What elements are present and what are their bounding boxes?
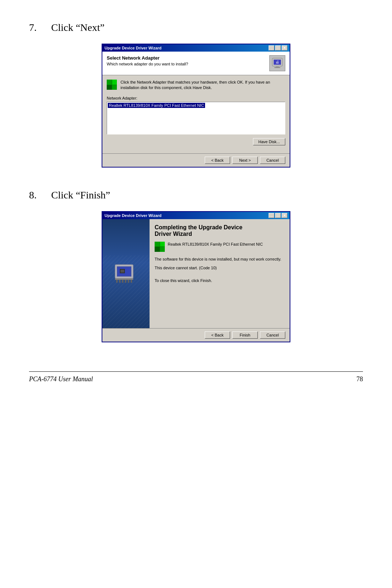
back-button-1[interactable]: < Back [205, 157, 230, 164]
page-number: 78 [356, 375, 363, 383]
have-disk-row: Have Disk... [107, 138, 285, 145]
cancel-button-2[interactable]: Cancel [260, 331, 285, 339]
close-btn[interactable]: ✕ [282, 45, 287, 51]
dialog-2-title: Upgrade Device Driver Wizard [105, 213, 162, 218]
maximize-btn-2[interactable]: □ [275, 213, 281, 218]
finish-button[interactable]: Finish [232, 331, 258, 339]
dialog-1-title: Upgrade Device Driver Wizard [105, 46, 162, 50]
titlebar-buttons: _ □ ✕ [269, 45, 287, 51]
cancel-button-1[interactable]: Cancel [260, 157, 285, 164]
adapter-name-text: Realtek RTL8139/810X Family PCI Fast Eth… [168, 242, 263, 247]
adapter-item[interactable]: Realtek RTL8139/810X Family PCI Fast Eth… [108, 103, 205, 108]
step-7-label: Click “Next” [51, 22, 105, 33]
minimize-btn-2[interactable]: _ [269, 213, 274, 218]
header-subtext: Which network adapter do you want to ins… [107, 62, 188, 66]
svg-rect-10 [115, 278, 133, 280]
svg-text:🖨: 🖨 [275, 60, 279, 64]
step-8-number: 8. [29, 189, 37, 201]
manual-title: PCA-6774 User Manual [29, 375, 93, 383]
dialog-2-sidebar [102, 219, 150, 328]
dialog-2-titlebar: Upgrade Device Driver Wizard _ □ ✕ [102, 212, 290, 219]
dialog-1-titlebar: Upgrade Device Driver Wizard _ □ ✕ [102, 44, 290, 52]
close-text: To close this wizard, click Finish. [155, 278, 285, 283]
page-footer: PCA-6774 User Manual 78 [29, 371, 363, 383]
dialog-2-content: Completing the Upgrade Device Driver Wiz… [150, 219, 290, 328]
dialog-1-body: Click the Network Adapter that matches y… [102, 75, 290, 153]
step-7-heading: 7. Click “Next” [29, 22, 363, 33]
desc2: This device cannot start. (Code 10) [155, 265, 285, 271]
header-text: Select Network Adapter Which network ada… [107, 55, 188, 66]
step-8-heading: 8. Click “Finish” [29, 189, 363, 201]
next-button-1[interactable]: Next > [232, 157, 258, 164]
minimize-btn[interactable]: _ [269, 45, 274, 51]
step-7-number: 7. [29, 22, 37, 33]
dialog-2-footer: < Back Finish Cancel [102, 328, 290, 342]
back-button-2[interactable]: < Back [205, 331, 230, 339]
desc1: The software for this device is now inst… [155, 256, 285, 262]
titlebar-buttons-2: _ □ ✕ [269, 213, 287, 218]
dialog-2-body: Completing the Upgrade Device Driver Wiz… [102, 219, 290, 328]
adapter-listbox[interactable]: Realtek RTL8139/810X Family PCI Fast Eth… [107, 102, 285, 134]
have-disk-button[interactable]: Have Disk... [253, 138, 285, 145]
dialog2-info-row: Realtek RTL8139/810X Family PCI Fast Eth… [155, 242, 285, 252]
svg-rect-3 [274, 67, 280, 68]
info-text: Click the Network Adapter that matches y… [121, 80, 285, 91]
svg-rect-13 [122, 280, 123, 283]
svg-rect-9 [121, 270, 124, 273]
maximize-btn[interactable]: □ [275, 45, 281, 51]
svg-rect-14 [125, 280, 126, 283]
dialog-1: Upgrade Device Driver Wizard _ □ ✕ Selec… [102, 44, 290, 168]
network-adapter-label: Network Adapter: [107, 96, 285, 100]
svg-rect-15 [128, 280, 129, 283]
svg-rect-11 [116, 280, 118, 283]
dialog-2: Upgrade Device Driver Wizard _ □ ✕ [102, 211, 290, 342]
header-icon: 🖨 [269, 55, 285, 71]
svg-rect-16 [131, 280, 132, 283]
sidebar-illustration [110, 257, 142, 290]
network-icon [107, 80, 117, 90]
step-8-label: Click “Finish” [51, 189, 110, 201]
dialog-1-footer: < Back Next > Cancel [102, 153, 290, 167]
svg-rect-12 [119, 280, 121, 283]
header-heading: Select Network Adapter [107, 55, 188, 61]
info-row: Click the Network Adapter that matches y… [107, 80, 285, 91]
network-icon-2 [155, 242, 165, 252]
dialog-1-header: Select Network Adapter Which network ada… [102, 52, 290, 75]
completing-heading: Completing the Upgrade Device Driver Wiz… [155, 224, 285, 237]
close-btn-2[interactable]: ✕ [282, 213, 287, 218]
svg-rect-2 [276, 66, 279, 67]
